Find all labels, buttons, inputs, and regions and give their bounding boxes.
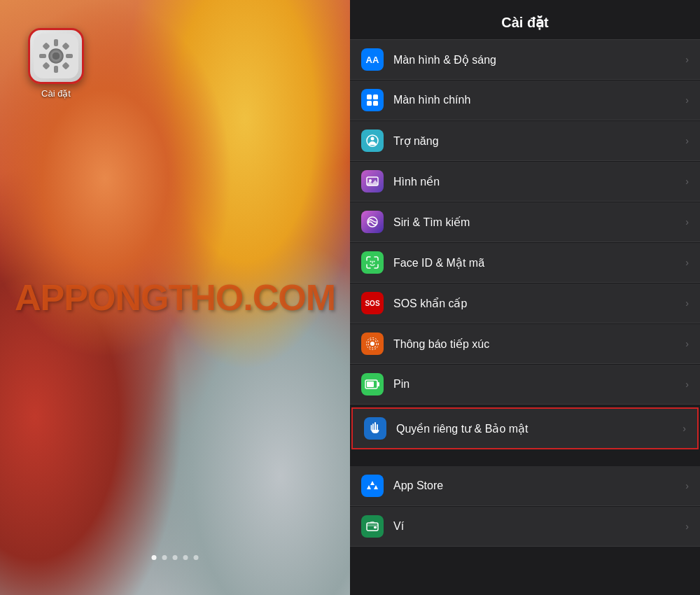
faceid-chevron: › [685, 257, 689, 268]
homescreen-label: Màn hình chính [393, 94, 685, 106]
wallpaper-icon [361, 170, 384, 192]
svg-rect-6 [66, 54, 73, 58]
settings-item-exposure[interactable]: Thông báo tiếp xúc › [350, 324, 700, 364]
battery-svg-icon [365, 379, 380, 389]
display-icon: AA [361, 48, 384, 71]
svg-rect-32 [367, 524, 378, 526]
battery-label: Pin [393, 378, 685, 391]
exposure-chevron: › [685, 338, 689, 349]
wallet-label: Ví [393, 520, 685, 533]
appstore-svg-icon [365, 479, 379, 493]
settings-panel: Cài đặt AA Màn hình & Độ sáng › Màn hình… [350, 0, 700, 595]
accessibility-label: Trợ năng [393, 134, 685, 148]
sos-chevron: › [685, 298, 689, 309]
settings-item-faceid[interactable]: Face ID & Mật mã › [350, 243, 700, 283]
hand-icon [368, 421, 382, 435]
page-indicator [152, 555, 199, 560]
appstore-label: App Store [393, 479, 685, 492]
settings-item-appstore[interactable]: App Store › [350, 466, 700, 506]
privacy-label: Quyền riêng tư & Bảo mật [396, 422, 682, 435]
dot-5 [194, 555, 199, 560]
wallpaper-chevron: › [685, 176, 689, 187]
dot-1 [152, 555, 157, 560]
svg-rect-3 [54, 39, 58, 46]
svg-rect-13 [367, 94, 372, 99]
grid-icon [365, 93, 379, 107]
siri-label: Siri & Tìm kiếm [393, 216, 685, 229]
wallpaper-svg-icon [365, 174, 379, 188]
display-chevron: › [685, 54, 689, 65]
settings-app-icon[interactable]: Cài đặt [28, 28, 84, 99]
svg-rect-30 [367, 382, 374, 387]
settings-item-wallet[interactable]: Ví › [350, 507, 700, 547]
faceid-icon [361, 251, 384, 274]
wallpaper-label: Hình nền [393, 175, 685, 188]
svg-rect-14 [373, 94, 378, 99]
dot-3 [173, 555, 178, 560]
battery-chevron: › [685, 379, 689, 390]
wallet-svg-icon [365, 519, 379, 533]
wallet-icon [361, 515, 384, 538]
homescreen-icon [361, 89, 384, 111]
settings-item-accessibility[interactable]: Trợ năng › [350, 121, 700, 161]
svg-rect-33 [374, 526, 377, 528]
settings-item-homescreen[interactable]: Màn hình chính › [350, 80, 700, 120]
settings-item-battery[interactable]: Pin › [350, 365, 700, 405]
svg-point-12 [52, 52, 59, 59]
settings-item-sos[interactable]: SOS SOS khẩn cấp › [350, 284, 700, 323]
settings-list: AA Màn hình & Độ sáng › Màn hình chính › [350, 40, 700, 595]
group-separator [350, 452, 700, 466]
accessibility-icon [361, 130, 384, 152]
exposure-svg-icon [365, 337, 379, 351]
settings-icon-bg[interactable] [28, 28, 84, 84]
settings-item-wallpaper[interactable]: Hình nền › [350, 162, 700, 202]
homescreen-chevron: › [685, 94, 689, 106]
exposure-label: Thông báo tiếp xúc [393, 337, 685, 351]
svg-point-25 [370, 342, 374, 346]
privacy-icon [364, 417, 386, 440]
display-label: Màn hình & Độ sáng [393, 53, 685, 66]
siri-icon [361, 211, 384, 233]
home-screen: APPONGTHO.COM [0, 0, 350, 595]
svg-rect-4 [54, 66, 58, 73]
svg-point-22 [370, 261, 372, 262]
settings-item-privacy[interactable]: Quyền riêng tư & Bảo mật › [351, 407, 699, 449]
gear-icon [34, 34, 78, 78]
appstore-icon [361, 475, 384, 497]
person-circle-icon [365, 134, 379, 148]
svg-point-20 [369, 179, 372, 182]
appstore-chevron: › [685, 480, 689, 491]
siri-svg-icon [365, 215, 379, 229]
settings-header: Cài đặt [350, 0, 700, 40]
settings-item-display[interactable]: AA Màn hình & Độ sáng › [350, 40, 700, 80]
sos-label: SOS khẩn cấp [393, 297, 685, 310]
dot-4 [183, 555, 188, 560]
battery-icon [361, 373, 384, 396]
faceid-svg-icon [365, 255, 379, 270]
svg-rect-5 [39, 54, 46, 58]
app-icon-label: Cài đặt [41, 88, 71, 99]
settings-title: Cài đặt [501, 15, 549, 30]
watermark: APPONGTHO.COM [15, 276, 335, 318]
dot-2 [162, 555, 167, 560]
faceid-label: Face ID & Mật mã [393, 256, 685, 270]
wallet-chevron: › [685, 521, 689, 532]
exposure-icon [361, 332, 384, 355]
svg-point-18 [371, 137, 374, 141]
svg-rect-29 [377, 382, 379, 386]
settings-item-siri[interactable]: Siri & Tìm kiếm › [350, 202, 700, 242]
svg-rect-15 [367, 101, 372, 106]
svg-rect-16 [373, 101, 378, 106]
sos-icon: SOS [361, 292, 384, 314]
privacy-chevron: › [682, 423, 686, 434]
siri-chevron: › [685, 216, 689, 227]
svg-point-23 [374, 261, 375, 262]
accessibility-chevron: › [685, 135, 689, 146]
